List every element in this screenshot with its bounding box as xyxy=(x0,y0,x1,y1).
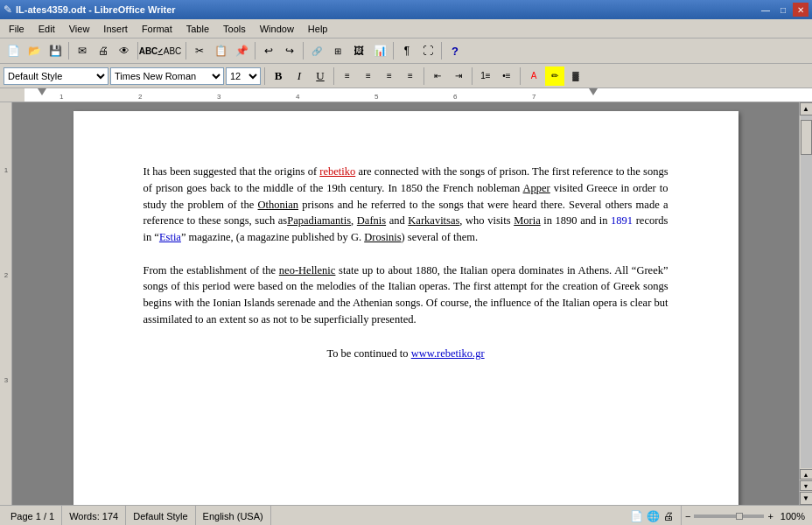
paragraph-style-select[interactable]: Default Style xyxy=(4,67,108,85)
paragraph-2: From the establishment of the neo-Hellen… xyxy=(144,262,668,328)
insert-image-button[interactable]: 🖼 xyxy=(349,41,368,60)
redo-button[interactable]: ↪ xyxy=(280,41,299,60)
svg-text:5: 5 xyxy=(374,93,379,101)
svg-marker-8 xyxy=(589,88,598,95)
new-button[interactable]: 📄 xyxy=(4,41,23,60)
word-count-status: Words: 174 xyxy=(62,506,126,525)
zoom-control: − + 100% xyxy=(682,511,808,522)
document-text[interactable]: It has been suggested that the origins o… xyxy=(144,164,668,361)
align-left-button[interactable]: ≡ xyxy=(338,66,357,86)
menu-window[interactable]: Window xyxy=(253,22,301,36)
svg-text:1: 1 xyxy=(60,93,64,101)
minimize-button[interactable]: — xyxy=(758,3,774,17)
svg-text:2: 2 xyxy=(4,271,9,279)
scroll-thumb[interactable] xyxy=(801,120,812,155)
hyperlink-button[interactable]: 🔗 xyxy=(307,41,326,60)
autocorrect-button[interactable]: ABC xyxy=(163,41,182,60)
insert-chart-button[interactable]: 📊 xyxy=(370,41,389,60)
menu-tools[interactable]: Tools xyxy=(216,22,253,36)
bold-button[interactable]: B xyxy=(269,66,288,86)
rebetiko-word: rebetiko xyxy=(319,165,355,178)
separator-7 xyxy=(441,42,442,60)
svg-marker-7 xyxy=(38,88,46,95)
view-web-icon[interactable]: 🌐 xyxy=(647,510,660,522)
char-background-button[interactable]: ▓ xyxy=(566,66,585,86)
scroll-up-button[interactable]: ▲ xyxy=(800,102,813,116)
font-size-select[interactable]: 12 xyxy=(226,67,261,85)
table-button[interactable]: ⊞ xyxy=(328,41,347,60)
scroll-small-down-button[interactable]: ▼ xyxy=(800,480,813,491)
document-content-area[interactable]: It has been suggested that the origins o… xyxy=(12,102,799,505)
spelling-button[interactable]: ABC✓ xyxy=(142,41,161,60)
indent-more-button[interactable]: ⇥ xyxy=(449,66,468,86)
align-right-button[interactable]: ≡ xyxy=(380,66,399,86)
numbering-button[interactable]: 1≡ xyxy=(476,66,495,86)
copy-button[interactable]: 📋 xyxy=(211,41,230,60)
svg-text:1: 1 xyxy=(4,166,9,174)
open-button[interactable]: 📂 xyxy=(24,41,44,60)
statusbar: Page 1 / 1 Words: 174 Default Style Engl… xyxy=(0,505,812,525)
formatting-toolbar: Default Style Times New Roman 12 B I U ≡… xyxy=(0,64,812,88)
separator-1 xyxy=(68,42,69,60)
papadiamantis-word: Papadiamantis xyxy=(287,214,351,227)
menu-help[interactable]: Help xyxy=(301,22,335,36)
menu-insert[interactable]: Insert xyxy=(96,22,135,36)
menu-edit[interactable]: Edit xyxy=(32,22,62,36)
menu-file[interactable]: File xyxy=(2,22,32,36)
save-button[interactable]: 💾 xyxy=(46,41,65,60)
othonian-word: Othonian xyxy=(258,199,299,211)
italic-button[interactable]: I xyxy=(290,66,309,86)
underline-button[interactable]: U xyxy=(311,66,330,86)
ruler-scale: 1 2 3 4 5 6 7 xyxy=(24,88,812,102)
restore-button[interactable]: □ xyxy=(775,3,791,17)
indent-less-button[interactable]: ⇤ xyxy=(428,66,447,86)
page-status: Page 1 / 1 xyxy=(4,506,62,525)
fmt-separator-3 xyxy=(424,67,424,85)
zoom-handle[interactable] xyxy=(736,513,743,520)
font-name-select[interactable]: Times New Roman xyxy=(110,67,224,85)
email-button[interactable]: ✉ xyxy=(73,41,92,60)
vertical-scrollbar[interactable]: ▲ ▲ ▼ ▼ xyxy=(799,102,812,505)
horizontal-ruler: 1 2 3 4 5 6 7 xyxy=(0,88,812,102)
navigator-button[interactable]: ⛶ xyxy=(418,41,438,60)
menubar: File Edit View Insert Format Table Tools… xyxy=(0,19,812,38)
scroll-down-button[interactable]: ▼ xyxy=(800,492,813,505)
align-justify-button[interactable]: ≡ xyxy=(401,66,420,86)
zoom-decrease-button[interactable]: − xyxy=(685,511,690,522)
separator-5 xyxy=(303,42,304,60)
highlight-button[interactable]: ✏ xyxy=(545,66,564,86)
bullets-button[interactable]: •≡ xyxy=(497,66,516,86)
scroll-track[interactable] xyxy=(801,116,812,468)
menu-view[interactable]: View xyxy=(62,22,97,36)
view-mode-buttons: 📄 🌐 🖨 xyxy=(623,506,682,525)
view-normal-icon[interactable]: 📄 xyxy=(630,510,643,522)
window-controls: — □ ✕ xyxy=(758,3,808,17)
zoom-level: 100% xyxy=(780,511,805,522)
fmt-separator-5 xyxy=(520,67,521,85)
paste-button[interactable]: 📌 xyxy=(232,41,251,60)
scroll-small-up-button[interactable]: ▲ xyxy=(800,469,813,480)
neo-hellenic-word: neo-Hellenic xyxy=(279,264,336,276)
zoom-increase-button[interactable]: + xyxy=(767,511,773,522)
print-button[interactable]: 🖨 xyxy=(94,41,113,60)
menu-table[interactable]: Table xyxy=(179,22,216,36)
cut-button[interactable]: ✂ xyxy=(190,41,209,60)
main-toolbar-area: 📄 📂 💾 ✉ 🖨 👁 ABC✓ ABC ✂ 📋 📌 ↩ ↪ 🔗 ⊞ 🖼 📊 ¶… xyxy=(0,38,812,64)
align-center-button[interactable]: ≡ xyxy=(359,66,378,86)
font-color-button[interactable]: A xyxy=(524,66,543,86)
separator-3 xyxy=(186,42,186,60)
vertical-ruler: 1 2 3 xyxy=(0,102,12,505)
menu-format[interactable]: Format xyxy=(135,22,179,36)
separator-4 xyxy=(255,42,256,60)
help-button[interactable]: ? xyxy=(445,41,465,60)
close-button[interactable]: ✕ xyxy=(793,3,808,17)
titlebar: ✎ IL-ates4359.odt - LibreOffice Writer —… xyxy=(0,0,812,19)
paragraph-marks-button[interactable]: ¶ xyxy=(397,41,416,60)
titlebar-title: IL-ates4359.odt - LibreOffice Writer xyxy=(16,4,758,15)
svg-text:3: 3 xyxy=(4,376,9,384)
print-preview-button[interactable]: 👁 xyxy=(115,41,134,60)
zoom-slider[interactable] xyxy=(694,514,764,518)
undo-button[interactable]: ↩ xyxy=(259,41,278,60)
view-print-icon[interactable]: 🖨 xyxy=(663,510,674,522)
website-link[interactable]: www.rebetiko.gr xyxy=(411,347,485,360)
